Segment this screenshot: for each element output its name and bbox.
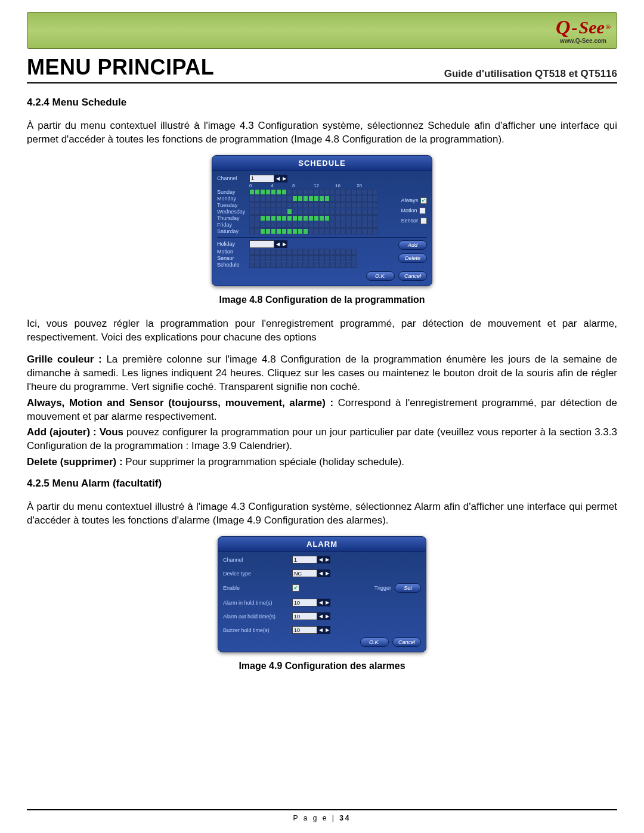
schedule-cell[interactable] — [367, 209, 373, 215]
holiday-input[interactable] — [249, 240, 274, 248]
schedule-cell[interactable] — [346, 228, 351, 234]
schedule-cell[interactable] — [335, 189, 340, 195]
schedule-cell[interactable] — [324, 228, 330, 234]
schedule-cell[interactable] — [367, 228, 373, 234]
schedule-cell[interactable] — [373, 196, 378, 202]
schedule-cell[interactable] — [249, 209, 255, 215]
schedule-cell[interactable] — [255, 202, 260, 208]
schedule-cell[interactable] — [335, 228, 340, 234]
schedule-cell[interactable] — [308, 215, 314, 221]
schedule-cell[interactable] — [298, 196, 303, 202]
schedule-cell[interactable] — [276, 202, 281, 208]
schedule-cell[interactable] — [362, 202, 367, 208]
schedule-cell[interactable] — [362, 209, 367, 215]
schedule-cell[interactable] — [319, 215, 324, 221]
schedule-cell[interactable] — [308, 222, 314, 228]
schedule-cell[interactable] — [373, 202, 378, 208]
alarm-channel-next[interactable]: ▶ — [324, 556, 330, 563]
schedule-cell[interactable] — [281, 202, 287, 208]
schedule-cell[interactable] — [271, 209, 276, 215]
schedule-cell[interactable] — [276, 222, 281, 228]
holiday-prev-button[interactable]: ◀ — [274, 240, 281, 248]
schedule-cell[interactable] — [346, 202, 351, 208]
alarm-in-input[interactable] — [292, 599, 317, 606]
schedule-cell[interactable] — [292, 222, 298, 228]
schedule-cell[interactable] — [281, 222, 287, 228]
schedule-cell[interactable] — [319, 196, 324, 202]
schedule-cancel-button[interactable]: Cancel — [398, 271, 427, 281]
schedule-cell[interactable] — [265, 202, 271, 208]
schedule-cell[interactable] — [303, 215, 308, 221]
schedule-cell[interactable] — [330, 189, 335, 195]
schedule-cell[interactable] — [271, 196, 276, 202]
schedule-cell[interactable] — [357, 222, 362, 228]
delete-button[interactable]: Delete — [398, 253, 427, 263]
schedule-cell[interactable] — [255, 189, 260, 195]
schedule-cell[interactable] — [298, 222, 303, 228]
schedule-cell[interactable] — [367, 189, 373, 195]
schedule-cell[interactable] — [287, 196, 292, 202]
schedule-cell[interactable] — [308, 202, 314, 208]
schedule-cell[interactable] — [346, 215, 351, 221]
schedule-cell[interactable] — [255, 228, 260, 234]
schedule-cell[interactable] — [324, 202, 330, 208]
schedule-cell[interactable] — [346, 196, 351, 202]
schedule-cell[interactable] — [287, 215, 292, 221]
schedule-cell[interactable] — [319, 222, 324, 228]
set-button[interactable]: Set — [395, 583, 421, 593]
schedule-cell[interactable] — [260, 196, 265, 202]
schedule-cell[interactable] — [281, 196, 287, 202]
device-type-next[interactable]: ▶ — [324, 569, 330, 577]
schedule-cell[interactable] — [314, 189, 319, 195]
schedule-cell[interactable] — [298, 209, 303, 215]
schedule-cell[interactable] — [287, 222, 292, 228]
schedule-cell[interactable] — [330, 228, 335, 234]
schedule-cell[interactable] — [276, 196, 281, 202]
schedule-cell[interactable] — [314, 215, 319, 221]
schedule-cell[interactable] — [303, 209, 308, 215]
enable-checkbox[interactable]: ✔ — [292, 584, 299, 592]
schedule-cell[interactable] — [314, 202, 319, 208]
sensor-checkbox[interactable] — [420, 218, 427, 224]
schedule-cell[interactable] — [314, 228, 319, 234]
buzzer-prev[interactable]: ◀ — [317, 626, 324, 634]
schedule-cell[interactable] — [281, 228, 287, 234]
schedule-cell[interactable] — [357, 215, 362, 221]
schedule-cell[interactable] — [298, 202, 303, 208]
schedule-cell[interactable] — [367, 215, 373, 221]
device-type-prev[interactable]: ◀ — [317, 569, 324, 577]
schedule-cell[interactable] — [335, 215, 340, 221]
schedule-cell[interactable] — [362, 228, 367, 234]
schedule-cell[interactable] — [351, 222, 357, 228]
schedule-cell[interactable] — [330, 222, 335, 228]
schedule-cell[interactable] — [287, 228, 292, 234]
schedule-cell[interactable] — [357, 228, 362, 234]
alarm-ok-button[interactable]: O.K. — [360, 637, 389, 647]
buzzer-next[interactable]: ▶ — [324, 626, 330, 634]
schedule-cell[interactable] — [330, 209, 335, 215]
schedule-ok-button[interactable]: O.K. — [366, 271, 395, 281]
schedule-cell[interactable] — [346, 209, 351, 215]
schedule-cell[interactable] — [324, 209, 330, 215]
buzzer-input[interactable] — [292, 626, 317, 634]
schedule-cell[interactable] — [357, 209, 362, 215]
schedule-cell[interactable] — [298, 215, 303, 221]
schedule-cell[interactable] — [362, 196, 367, 202]
schedule-cell[interactable] — [292, 209, 298, 215]
device-type-input[interactable] — [292, 569, 317, 577]
schedule-cell[interactable] — [292, 215, 298, 221]
schedule-cell[interactable] — [308, 189, 314, 195]
channel-input[interactable] — [249, 175, 274, 182]
motion-checkbox[interactable] — [419, 208, 426, 214]
schedule-cell[interactable] — [367, 196, 373, 202]
schedule-cell[interactable] — [249, 189, 255, 195]
schedule-cell[interactable] — [260, 189, 265, 195]
schedule-cell[interactable] — [271, 228, 276, 234]
schedule-cell[interactable] — [324, 189, 330, 195]
schedule-cell[interactable] — [335, 202, 340, 208]
schedule-cell[interactable] — [362, 215, 367, 221]
schedule-cell[interactable] — [346, 222, 351, 228]
schedule-cell[interactable] — [340, 196, 346, 202]
schedule-cell[interactable] — [303, 189, 308, 195]
schedule-cell[interactable] — [314, 196, 319, 202]
